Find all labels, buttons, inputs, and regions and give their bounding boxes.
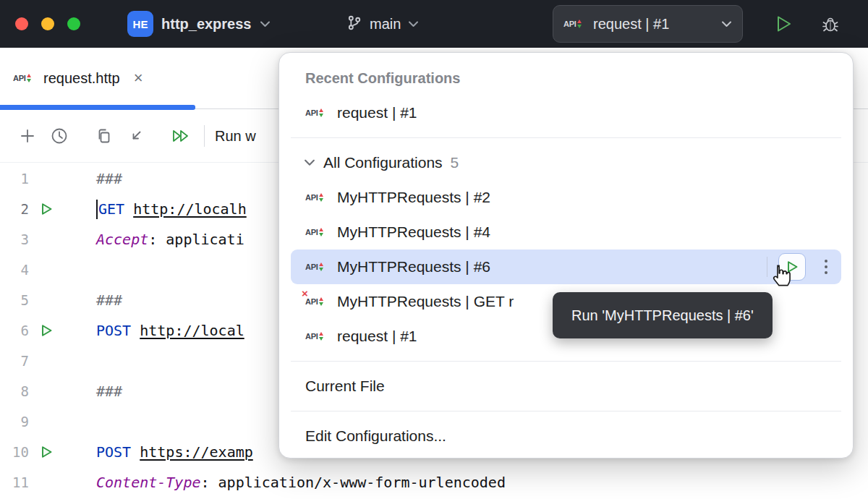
line-number: 2 [0, 201, 29, 217]
code-line: Content-Type: application/x-www-form-url… [64, 474, 506, 491]
popup-divider [291, 137, 841, 138]
git-branch-icon [346, 14, 362, 34]
run-line-icon[interactable] [29, 323, 64, 338]
close-tab-icon[interactable]: × [134, 70, 143, 86]
toolbar-divider [204, 125, 205, 147]
api-icon-slot: API [563, 16, 586, 32]
config-item[interactable]: APIMyHTTPRequests | #2 [291, 180, 841, 215]
import-icon[interactable] [120, 120, 152, 152]
project-name: http_express [161, 16, 252, 33]
app-window: HE http_express main API request | #1 AP… [0, 0, 868, 499]
run-line-icon[interactable] [29, 444, 64, 460]
api-icon: API [305, 189, 328, 205]
line-number: 8 [0, 383, 29, 399]
code-line: POST http://local [64, 322, 244, 339]
close-window-button[interactable] [15, 17, 28, 30]
code-line: POST https://examp [64, 443, 253, 461]
maximize-window-button[interactable] [67, 17, 80, 30]
project-icon: HE [127, 11, 153, 37]
config-item-label: MyHTTPRequests | GET r [337, 293, 514, 310]
popup-recent-list: APIrequest | #1 [279, 95, 853, 130]
line-number: 4 [0, 262, 29, 278]
line-number: 5 [0, 292, 29, 308]
copy-icon[interactable] [88, 120, 120, 152]
line-number: 10 [0, 444, 29, 460]
config-item[interactable]: APIMyHTTPRequests | #4 [291, 215, 841, 250]
run-configuration-label: request | #1 [593, 16, 669, 33]
code-line: GET http://localh [64, 200, 247, 219]
popup-divider [291, 361, 841, 362]
api-icon: API [305, 259, 328, 275]
config-item-label: request | #1 [337, 328, 417, 345]
line-number: 7 [0, 353, 29, 369]
config-item-label: MyHTTPRequests | #4 [337, 223, 490, 241]
all-configurations-label: All Configurations [323, 154, 443, 171]
window-controls [15, 17, 80, 30]
active-tab-indicator [0, 105, 195, 110]
more-options-icon[interactable] [817, 257, 835, 277]
api-icon: API [305, 328, 328, 344]
config-item-label: request | #1 [337, 104, 417, 121]
run-configurations-popup: Recent Configurations APIrequest | #1 Al… [278, 52, 854, 459]
tab-label: request.http [43, 70, 120, 87]
config-item-label: MyHTTPRequests | #2 [337, 189, 490, 206]
popup-item-current-file[interactable]: Current File [279, 369, 853, 404]
config-item-label: MyHTTPRequests | #6 [337, 258, 490, 276]
run-line-icon[interactable] [29, 201, 64, 217]
line-number: 1 [0, 171, 29, 187]
run-all-icon[interactable] [165, 120, 197, 152]
branch-selector[interactable]: main [346, 0, 419, 48]
editor-line: 11Content-Type: application/x-www-form-u… [0, 467, 868, 498]
hand-cursor-icon [767, 262, 794, 292]
api-icon: API [305, 105, 328, 121]
api-icon: API [305, 224, 328, 240]
run-with-label[interactable]: Run w [215, 128, 256, 145]
popup-item-edit-configurations[interactable]: Edit Configurations... [279, 419, 853, 453]
api-icon-slot: API [13, 70, 35, 86]
code-line: ### [64, 170, 122, 187]
titlebar: HE http_express main API request | #1 [0, 0, 868, 48]
code-line: ### [64, 291, 122, 309]
text-caret [96, 200, 98, 219]
project-selector[interactable]: HE http_express [127, 0, 271, 48]
branch-name: main [370, 16, 401, 33]
run-configuration-selector[interactable]: API request | #1 [553, 5, 743, 43]
popup-divider [291, 411, 841, 411]
chevron-down-icon [408, 21, 419, 27]
all-configurations-toggle[interactable]: All Configurations 5 [279, 145, 853, 180]
line-number: 9 [0, 414, 29, 430]
add-request-icon[interactable] [12, 120, 43, 152]
debug-icon[interactable] [820, 14, 841, 37]
line-number: 3 [0, 231, 29, 247]
minimize-window-button[interactable] [41, 17, 54, 30]
code-line: ### [64, 383, 122, 400]
line-number: 6 [0, 323, 29, 338]
api-broken-icon: API× [305, 294, 328, 310]
line-number: 11 [0, 474, 29, 490]
recent-configurations-header: Recent Configurations [305, 70, 853, 87]
run-tooltip: Run 'MyHTTPRequests | #6' [553, 292, 773, 338]
tab-request-http[interactable]: API request.http × [0, 48, 156, 108]
chevron-down-icon [721, 21, 732, 27]
code-line: Accept: applicati [64, 231, 244, 248]
config-item[interactable]: APIrequest | #1 [291, 95, 841, 130]
run-button[interactable] [773, 13, 794, 38]
api-icon: API [13, 70, 35, 86]
chevron-down-icon [304, 159, 315, 166]
history-icon[interactable] [43, 120, 75, 152]
config-item[interactable]: APIMyHTTPRequests | #6 [291, 250, 841, 284]
api-icon: API [563, 16, 586, 32]
all-configurations-count: 5 [451, 154, 459, 171]
chevron-down-icon [260, 21, 271, 27]
